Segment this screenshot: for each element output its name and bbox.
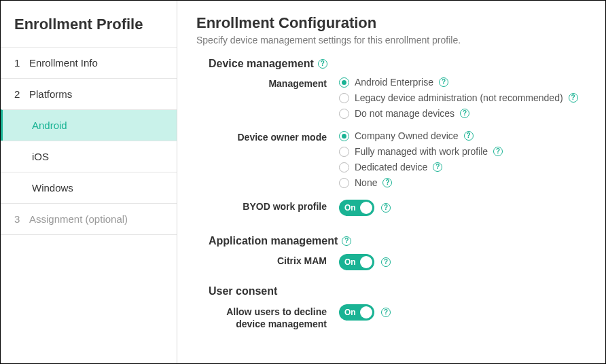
field-label: BYOD work profile — [196, 200, 339, 212]
nav-item-enrollment-info[interactable]: 1 Enrollment Info — [1, 47, 177, 78]
section-title: Application management — [209, 235, 338, 247]
page-title: Enrollment Configuration — [196, 14, 586, 32]
help-icon[interactable]: ? — [464, 131, 474, 141]
field-label: Management — [196, 77, 339, 89]
nav-sub-label: Android — [32, 120, 67, 131]
toggle-byod[interactable]: On — [339, 200, 374, 216]
radio-label: None — [355, 177, 377, 188]
field-byod: BYOD work profile On ? — [196, 200, 586, 216]
radio-label: Android Enterprise — [355, 77, 433, 88]
field-management: Management Android Enterprise ? Legacy d… — [196, 77, 586, 124]
help-icon[interactable]: ? — [381, 257, 391, 267]
field-label: Device owner mode — [196, 130, 339, 143]
nav-sub-label: Windows — [32, 182, 73, 194]
radio-icon — [339, 147, 349, 157]
field-label: Allow users to decline device management — [196, 304, 339, 330]
field-citrix-mam: Citrix MAM On ? — [196, 254, 586, 270]
radio-do-not-manage[interactable]: Do not manage devices ? — [339, 108, 586, 119]
help-icon[interactable]: ? — [318, 59, 327, 69]
field-control: Company Owned device ? Fully managed wit… — [339, 130, 586, 193]
help-icon[interactable]: ? — [381, 308, 391, 317]
toggle-label: On — [344, 257, 356, 267]
radio-icon — [339, 178, 349, 188]
radio-label: Company Owned device — [355, 130, 459, 141]
radio-icon — [339, 93, 349, 103]
section-user-consent: User consent — [209, 285, 586, 297]
help-icon[interactable]: ? — [433, 162, 442, 172]
nav-sub-label: iOS — [32, 151, 49, 162]
main-panel: Enrollment Configuration Specify device … — [177, 1, 605, 363]
toggle-knob — [360, 256, 372, 268]
radio-android-enterprise[interactable]: Android Enterprise ? — [339, 77, 586, 88]
nav-step-number: 3 — [14, 213, 24, 225]
nav-sub-android[interactable]: Android — [1, 109, 177, 141]
section-device-management: Device management ? — [209, 58, 586, 70]
help-icon[interactable]: ? — [382, 178, 392, 187]
toggle-label: On — [344, 308, 356, 317]
nav-item-label: Enrollment Info — [29, 57, 98, 69]
radio-icon — [339, 162, 349, 172]
radio-icon — [339, 131, 349, 141]
field-decline-management: Allow users to decline device management… — [196, 304, 586, 330]
help-icon[interactable]: ? — [569, 93, 578, 103]
radio-label: Legacy device administration (not recomm… — [355, 92, 563, 103]
field-owner-mode: Device owner mode Company Owned device ?… — [196, 130, 586, 193]
help-icon[interactable]: ? — [460, 109, 469, 118]
field-control: On ? — [339, 254, 586, 270]
radio-fully-managed-work-profile[interactable]: Fully managed with work profile ? — [339, 146, 586, 157]
help-icon[interactable]: ? — [439, 77, 448, 87]
nav-item-label: Assignment (optional) — [29, 213, 128, 225]
radio-dedicated-device[interactable]: Dedicated device ? — [339, 162, 586, 172]
section-title: User consent — [209, 285, 277, 297]
toggle-knob — [360, 306, 372, 318]
section-title: Device management — [209, 58, 314, 70]
nav-item-platforms[interactable]: 2 Platforms — [1, 78, 177, 109]
nav-step-number: 1 — [14, 57, 24, 69]
radio-company-owned[interactable]: Company Owned device ? — [339, 130, 586, 141]
field-control: On ? — [339, 304, 586, 321]
radio-icon — [339, 77, 349, 88]
radio-icon — [339, 109, 349, 119]
field-label: Citrix MAM — [196, 254, 339, 266]
toggle-citrix-mam[interactable]: On — [339, 254, 374, 270]
toggle-knob — [360, 202, 372, 214]
nav-item-assignment[interactable]: 3 Assignment (optional) — [1, 203, 177, 235]
toggle-decline-management[interactable]: On — [339, 304, 374, 321]
nav-item-label: Platforms — [29, 88, 72, 100]
help-icon[interactable]: ? — [342, 236, 351, 246]
nav-step-number: 2 — [14, 88, 24, 100]
page-subtitle: Specify device management settings for t… — [196, 35, 586, 46]
radio-label: Fully managed with work profile — [355, 146, 488, 157]
field-control: On ? — [339, 200, 586, 216]
nav-sub-windows[interactable]: Windows — [1, 172, 177, 203]
help-icon[interactable]: ? — [493, 147, 503, 156]
radio-none[interactable]: None ? — [339, 177, 586, 188]
section-application-management: Application management ? — [209, 235, 586, 247]
radio-label: Dedicated device — [355, 162, 427, 172]
sidebar-title: Enrollment Profile — [1, 1, 177, 47]
field-control: Android Enterprise ? Legacy device admin… — [339, 77, 586, 124]
radio-label: Do not manage devices — [355, 108, 454, 119]
radio-legacy-admin[interactable]: Legacy device administration (not recomm… — [339, 92, 586, 103]
app-root: Enrollment Profile 1 Enrollment Info 2 P… — [0, 0, 606, 364]
nav-sub-ios[interactable]: iOS — [1, 141, 177, 172]
toggle-label: On — [344, 203, 356, 213]
sidebar: Enrollment Profile 1 Enrollment Info 2 P… — [1, 1, 177, 363]
help-icon[interactable]: ? — [381, 203, 391, 213]
